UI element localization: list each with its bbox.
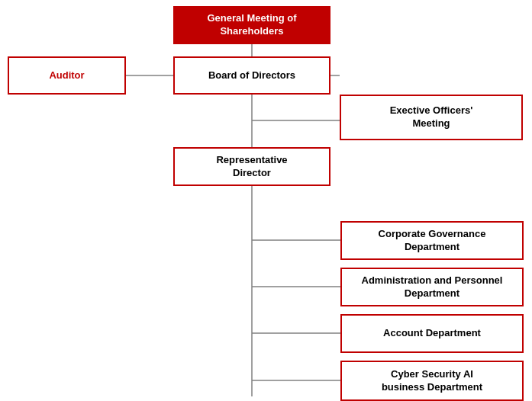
corporate-governance-label: Corporate GovernanceDepartment — [379, 228, 486, 254]
general-meeting-node: General Meeting ofShareholders — [173, 6, 330, 44]
corporate-governance-node: Corporate GovernanceDepartment — [340, 221, 524, 260]
admin-personnel-label: Administration and PersonnelDepartment — [362, 274, 503, 300]
general-meeting-label: General Meeting ofShareholders — [207, 12, 296, 38]
org-chart: General Meeting ofShareholders Auditor B… — [0, 0, 532, 401]
executive-officers-label: Exective Officers'Meeting — [390, 104, 473, 130]
auditor-node: Auditor — [8, 56, 126, 95]
account-dept-node: Account Department — [340, 314, 524, 353]
board-label: Board of Directors — [208, 69, 295, 82]
representative-director-node: RepresentativeDirector — [173, 147, 330, 186]
cyber-security-node: Cyber Security AIbusiness Department — [340, 361, 524, 401]
representative-director-label: RepresentativeDirector — [216, 154, 287, 180]
board-of-directors-node: Board of Directors — [173, 56, 330, 95]
account-dept-label: Account Department — [383, 327, 481, 340]
cyber-security-label: Cyber Security AIbusiness Department — [382, 368, 482, 394]
admin-personnel-node: Administration and PersonnelDepartment — [340, 268, 524, 306]
executive-officers-node: Exective Officers'Meeting — [340, 95, 523, 140]
auditor-label: Auditor — [49, 69, 84, 82]
